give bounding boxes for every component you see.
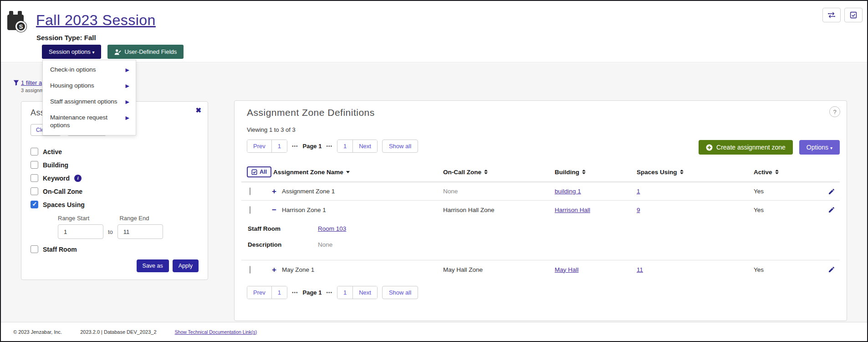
menu-item-maintenance-request-options[interactable]: Maintenance request options ▶ [43,110,136,134]
session-options-button[interactable]: Session options ▾ [42,45,101,59]
menu-item-check-in-options[interactable]: Check-in options ▶ [43,62,136,78]
app-window: S Fall 2023 Session Session Type: Fall S… [0,0,868,342]
filter-checkbox-keyword[interactable]: Keyword i [31,174,199,182]
tasks-check-icon[interactable] [844,8,863,22]
staff-room-link[interactable]: Room 103 [318,225,840,232]
assignment-zone-definitions-panel: Assignment Zone Definitions ? Viewing 1 … [234,100,847,321]
edit-pencil-icon[interactable] [828,266,840,273]
menu-item-staff-assignment-options[interactable]: Staff assignment options ▶ [43,94,136,110]
show-all-button[interactable]: Show all [382,286,418,299]
prev-page-button[interactable]: Prev [247,286,272,299]
page-header: S Fall 2023 Session Session Type: Fall S… [1,1,867,62]
submenu-arrow-icon: ▶ [126,83,129,89]
collapse-icon[interactable]: − [271,206,277,214]
spaces-using-link[interactable]: 1 [637,188,640,195]
row-checkbox[interactable] [250,206,250,214]
description-value: None [318,241,840,248]
expand-icon[interactable]: + [271,187,277,195]
sort-icon [680,170,684,174]
options-button[interactable]: Options ▾ [799,140,840,155]
viewing-text: Viewing 1 to 3 of 3 [247,126,840,133]
page-1-button[interactable]: 1 [337,140,353,152]
active-value: Yes [754,266,826,273]
session-badge: S [15,21,26,32]
user-defined-fields-button[interactable]: User-Defined Fields [107,45,184,59]
transfer-icon[interactable] [822,8,841,22]
session-title-link[interactable]: Fall 2023 Session [36,12,156,29]
submenu-arrow-icon: ▶ [126,67,129,73]
table-row: − Harrison Zone 1 Harrison Hall Zone Har… [241,201,840,219]
description-label: Description [248,241,318,248]
funnel-icon [13,80,19,86]
copyright-text: © 2023 Jenzabar, Inc. [13,329,62,335]
pagination-ellipsis: ••• [326,144,332,149]
column-header-active[interactable]: Active [754,169,826,176]
page-1-button[interactable]: 1 [337,286,353,299]
pagination-ellipsis: ••• [292,144,298,149]
menu-item-housing-options[interactable]: Housing options ▶ [43,78,136,94]
expanded-row-details: Staff Room Room 103 Description None [241,219,840,260]
prev-page-button[interactable]: Prev [247,140,272,152]
session-type-label: Session Type: Fall [36,34,96,41]
filter-checkbox-active[interactable]: Active [31,148,199,155]
panel-title: Assignment Zone Definitions [247,107,840,118]
create-assignment-zone-button[interactable]: Create assignment zone [699,140,793,155]
page-footer: © 2023 Jenzabar, Inc. 2023.2.0 | Databas… [1,322,867,341]
pagination-ellipsis: ••• [292,290,298,295]
edit-pencil-icon[interactable] [828,188,840,195]
checkbox[interactable] [31,187,38,195]
on-call-zone-value: Harrison Hall Zone [443,207,555,213]
plus-circle-icon [706,144,713,151]
technical-documentation-link[interactable]: Show Technical Documentation Link(s) [175,329,257,335]
filter-checkbox-spaces-using[interactable]: Spaces Using [31,201,199,208]
show-all-button[interactable]: Show all [382,140,418,153]
active-value: Yes [754,188,826,195]
next-page-button[interactable]: Next [353,286,377,299]
checkbox[interactable] [31,174,38,182]
active-value: Yes [754,207,826,213]
pagination-bottom: Prev 1 ••• Page 1 ••• 1 Next Show all [247,286,840,299]
sort-icon [775,170,779,174]
column-header-spaces-using[interactable]: Spaces Using [637,169,754,176]
filter-checkbox-building[interactable]: Building [31,161,199,169]
current-page-label: Page 1 [302,143,322,150]
filter-checkbox-staff-room[interactable]: Staff Room [31,245,199,253]
session-options-menu: Check-in options ▶ Housing options ▶ Sta… [42,60,136,135]
range-start-input[interactable] [58,224,103,239]
row-checkbox[interactable] [250,187,250,195]
close-icon[interactable]: ✖ [195,106,201,114]
spaces-using-link[interactable]: 11 [637,266,643,273]
column-header-name[interactable]: Assignment Zone Name [270,169,443,176]
check-square-icon [251,169,257,175]
submenu-arrow-icon: ▶ [126,99,129,105]
zone-name: Harrison Zone 1 [282,207,326,213]
select-all-button[interactable]: All [247,166,271,177]
sort-icon [484,170,488,174]
sort-desc-icon [346,171,350,173]
checkbox[interactable] [31,245,38,253]
next-page-button[interactable]: Next [353,140,377,152]
building-link[interactable]: Harrison Hall [555,207,590,213]
range-end-input[interactable] [117,224,163,239]
page-1-button[interactable]: 1 [272,286,287,299]
session-calendar-icon: S [7,11,26,31]
apply-button[interactable]: Apply [173,259,199,272]
edit-pencil-icon[interactable] [828,206,840,213]
info-icon[interactable]: i [74,175,82,182]
range-joiner: to [108,228,113,235]
filter-checkbox-on-call-zone[interactable]: On-Call Zone [31,187,199,195]
checkbox[interactable] [31,148,38,155]
column-header-on-call-zone[interactable]: On-Call Zone [443,169,555,176]
page-1-button[interactable]: 1 [272,140,287,152]
submenu-arrow-icon: ▶ [126,115,129,121]
expand-icon[interactable]: + [271,266,277,274]
row-checkbox[interactable] [250,266,250,274]
building-link[interactable]: May Hall [555,266,579,273]
spaces-using-link[interactable]: 9 [637,207,640,213]
checkbox-checked[interactable] [31,201,38,208]
save-as-button[interactable]: Save as [137,259,169,272]
help-button[interactable]: ? [829,106,840,117]
building-link[interactable]: building 1 [555,188,581,195]
checkbox[interactable] [31,161,38,169]
column-header-building[interactable]: Building [555,169,637,176]
